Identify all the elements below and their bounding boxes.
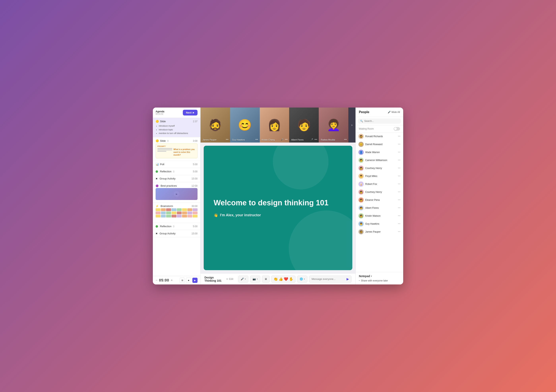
mic-button[interactable]: 🎤 ▾ — [238, 275, 248, 283]
person-options[interactable]: ••• — [398, 167, 400, 170]
person-row[interactable]: 🧑 Albert Flores ••• — [356, 204, 403, 212]
timer-stop-btn[interactable]: ■ — [186, 278, 191, 283]
person-row[interactable]: 🍦 Robert Fox ••• — [356, 180, 403, 188]
video-strip: 🧔 James Pauper ••• 😊 Guy Hawkins ••• 👩 K… — [201, 108, 355, 142]
camera-button[interactable]: 📷 ▾ — [250, 275, 260, 283]
agenda-item-slide-2[interactable]: 🟡 Slide 🗒 3:00 PROMPT — [153, 137, 200, 161]
notepad-header[interactable]: Notepad ▾ — [359, 274, 400, 278]
person-options[interactable]: ••• — [398, 230, 400, 233]
globe-button[interactable]: 🌐 ▾ — [297, 275, 307, 283]
person-row[interactable]: 😊 Darrell Roeward ••• — [356, 140, 403, 148]
participant-opts-4[interactable]: ••• — [315, 138, 317, 141]
camera-chevron: ▾ — [257, 278, 258, 280]
person-avatar: 🧑 — [358, 158, 364, 163]
person-avatar: 👩 — [358, 165, 364, 171]
person-options[interactable]: ••• — [398, 135, 400, 138]
video-tile-1: 🧔 James Pauper ••• — [201, 108, 230, 142]
emoji-hand[interactable]: ✋ — [289, 277, 293, 281]
emoji-clap[interactable]: 👏 — [273, 277, 278, 281]
agenda-item-reflection-2[interactable]: Reflection 🗒 5:00 — [153, 223, 200, 230]
waiting-room-toggle[interactable] — [394, 127, 400, 131]
participant-name-4: Albert Flores — [291, 139, 303, 141]
mic-mute-icon: 🎤 — [388, 111, 391, 113]
agenda-item-best-practices[interactable]: 🟣 Best practices 12:00 ▶ — [153, 182, 200, 203]
bg-circle-1 — [289, 211, 352, 270]
brainstorm-label: Brainstorm — [161, 204, 173, 208]
slide-content: Welcome to design thinking 101 👋 I'm Ale… — [214, 198, 328, 218]
poll-label: Poll — [160, 163, 164, 166]
person-row[interactable]: 🧔 Ronald Richards ••• — [356, 132, 403, 140]
slide-label-1: Slide — [160, 120, 166, 123]
toggle-knob — [394, 127, 397, 130]
person-name: Floyd Miles — [365, 175, 396, 178]
person-options[interactable]: ••• — [398, 222, 400, 225]
emoji-heart[interactable]: ❤️ — [284, 277, 288, 281]
person-options[interactable]: ••• — [398, 151, 400, 154]
agenda-timer: 00:01:02 — [156, 113, 164, 115]
person-row[interactable]: 👩 Eleanor Pena ••• — [356, 196, 403, 204]
group-time-1: 15:00 — [192, 177, 198, 180]
person-options[interactable]: ••• — [398, 143, 400, 146]
person-row[interactable]: 👨 Guy Hawkins ••• — [356, 220, 403, 228]
person-row[interactable]: 👩 Courtney Henry ••• — [356, 188, 403, 196]
edit-pencil-icon: ✏ — [226, 278, 228, 281]
person-options[interactable]: ••• — [398, 159, 400, 162]
agenda-item-group-1[interactable]: ✖ Group Activity 15:00 — [153, 175, 200, 182]
send-button[interactable]: ▶ — [347, 277, 349, 281]
reflection-icon-1 — [156, 170, 158, 173]
agenda-item-slide-1[interactable]: 🟡 Slide 2:37 introduce myself introduce … — [153, 118, 200, 137]
next-button[interactable]: Next ▶ — [183, 110, 198, 116]
agenda-item-group-2[interactable]: ✖ Group Activity 15:00 — [153, 230, 200, 237]
person-options[interactable]: ••• — [398, 206, 400, 209]
people-search-input[interactable] — [364, 120, 399, 122]
reflection-time-1: 5:00 — [193, 170, 198, 173]
timer-layout-btn[interactable]: ⊞ — [180, 278, 185, 283]
video-tile-4: 🧑 Albert Flores 🎤 ••• — [289, 108, 319, 142]
brainstorm-preview — [156, 208, 198, 220]
timer-minus: − — [156, 279, 157, 282]
person-name: Wade Warren — [365, 151, 396, 154]
slide-subtitle: 👋 I'm Alex, your instructor — [214, 213, 328, 218]
edit-button[interactable]: ✏ Edit — [226, 278, 233, 281]
person-options[interactable]: ••• — [398, 191, 400, 193]
person-options[interactable]: ••• — [398, 199, 400, 201]
reflection-label-2: Reflection — [160, 225, 171, 228]
person-row[interactable]: 👩 Kristin Watson ••• — [356, 212, 403, 220]
slide-time-2: 3:00 — [193, 140, 198, 142]
video-strip-next-btn[interactable]: › — [348, 108, 355, 142]
timer-play-btn[interactable]: ▶ — [192, 278, 198, 283]
person-row[interactable]: 🧔 James Pauper ••• — [356, 228, 403, 236]
mic-icon: 🎤 — [241, 277, 244, 281]
slide-canvas: Welcome to design thinking 101 👋 I'm Ale… — [204, 146, 352, 270]
agenda-item-reflection-1[interactable]: Reflection 🗒 5:00 — [153, 168, 200, 175]
agenda-item-brainstorm[interactable]: ⚡ Brainstorm 30:00 — [153, 203, 200, 223]
person-row[interactable]: 👤 Wade Warren ••• — [356, 148, 403, 156]
video-tile-5: 👩‍🦱 Radwa Moullai ••• — [319, 108, 348, 142]
person-avatar: 👨 — [358, 173, 364, 179]
person-row[interactable]: 👨 Floyd Miles ••• — [356, 172, 403, 180]
notepad-chevron: ▾ — [371, 275, 372, 277]
person-row[interactable]: 👩 Courtney Henry ••• — [356, 164, 403, 172]
person-options[interactable]: ••• — [398, 214, 400, 217]
left-sidebar: Agenda 00:01:02 Next ▶ 🟡 Slide — [153, 108, 201, 284]
participant-opts-1[interactable]: ••• — [226, 138, 229, 141]
person-options[interactable]: ••• — [398, 175, 400, 178]
person-row[interactable]: 🧑 Cameron Williamson ••• — [356, 156, 403, 164]
mute-all-button[interactable]: 🎤 Mute All — [388, 111, 400, 113]
participant-opts-2[interactable]: ••• — [255, 138, 258, 141]
globe-icon: 🌐 — [300, 277, 303, 281]
best-practices-time: 12:00 — [192, 184, 198, 187]
person-name: Albert Flores — [365, 206, 396, 209]
participant-opts-3[interactable]: ••• — [285, 138, 288, 141]
message-box: ▶ — [309, 275, 352, 283]
agenda-item-poll[interactable]: 📊 Poll 5:00 — [153, 161, 200, 168]
message-input[interactable] — [312, 277, 345, 281]
group-label-2: Group Activity — [160, 232, 176, 235]
main-layout: Agenda 00:01:02 Next ▶ 🟡 Slide — [153, 108, 403, 284]
person-options[interactable]: ••• — [398, 183, 400, 186]
participant-opts-5[interactable]: ••• — [344, 138, 347, 141]
screen-share-button[interactable]: 🖥 — [262, 275, 270, 283]
emoji-thumbsup[interactable]: 👍 — [278, 277, 283, 281]
slide-label-2: Slide — [160, 139, 166, 142]
search-bar: 🔍 — [356, 117, 403, 125]
